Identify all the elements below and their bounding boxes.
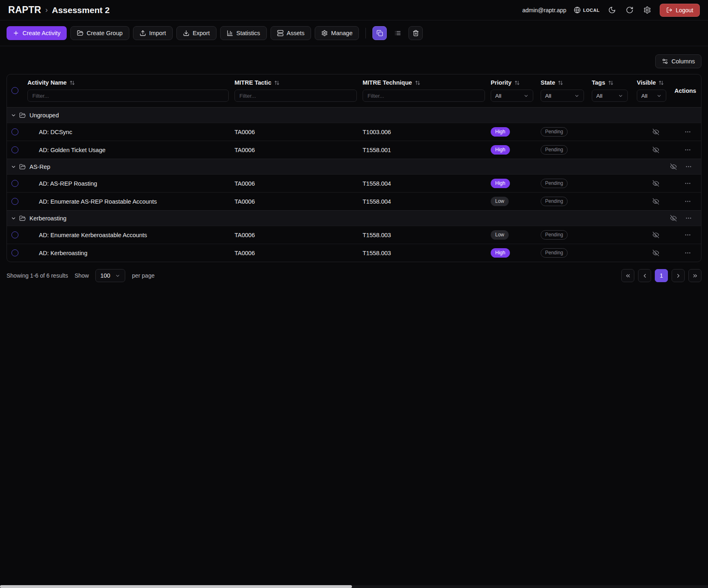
row-checkbox[interactable] bbox=[11, 198, 18, 205]
manage-button[interactable]: Manage bbox=[315, 26, 359, 40]
horizontal-scrollbar[interactable] bbox=[0, 585, 708, 588]
list-view-toggle-button[interactable] bbox=[390, 26, 405, 40]
mitre-technique-cell: T1558.001 bbox=[363, 147, 491, 153]
mitre-tactic-header-cell: MITRE Tactic bbox=[234, 79, 363, 102]
logout-label: Logout bbox=[676, 7, 693, 13]
sort-priority-button[interactable] bbox=[514, 80, 520, 85]
row-checkbox[interactable] bbox=[11, 249, 18, 256]
state-badge: Pending bbox=[541, 230, 568, 239]
group-header-as-rep[interactable]: AS-Rep bbox=[7, 159, 701, 174]
sort-icon bbox=[514, 80, 520, 85]
import-button[interactable]: Import bbox=[133, 26, 173, 40]
row-actions-menu-button[interactable] bbox=[683, 230, 692, 240]
first-page-button[interactable] bbox=[621, 269, 634, 282]
columns-button[interactable]: Columns bbox=[655, 54, 701, 68]
eye-off-icon bbox=[652, 231, 659, 238]
mitre-technique-cell: T1558.004 bbox=[363, 198, 491, 205]
table-row[interactable]: AD: Enumerate AS-REP Roastable Accounts … bbox=[7, 192, 701, 210]
previous-page-button[interactable] bbox=[638, 269, 651, 282]
assets-button[interactable]: Assets bbox=[271, 26, 311, 40]
ellipsis-icon bbox=[685, 215, 692, 222]
mitre-technique-filter-input[interactable] bbox=[363, 90, 485, 102]
delete-button[interactable] bbox=[408, 26, 423, 40]
sort-state-button[interactable] bbox=[558, 80, 563, 85]
app-logo[interactable]: RAPTR bbox=[8, 4, 41, 16]
row-checkbox[interactable] bbox=[11, 231, 18, 238]
refresh-button[interactable] bbox=[625, 5, 635, 15]
priority-header: Priority bbox=[491, 79, 512, 86]
chevron-left-icon bbox=[642, 273, 648, 279]
row-actions-menu-button[interactable] bbox=[683, 248, 692, 258]
page-1-button[interactable]: 1 bbox=[655, 269, 668, 282]
row-actions-menu-button[interactable] bbox=[683, 127, 692, 137]
page-size-select[interactable]: 100 bbox=[95, 269, 125, 282]
state-badge: Pending bbox=[541, 197, 568, 206]
row-checkbox[interactable] bbox=[11, 180, 18, 187]
theme-toggle-button[interactable] bbox=[607, 5, 617, 15]
group-actions-menu-button[interactable] bbox=[684, 213, 693, 223]
visible-cell bbox=[637, 248, 674, 258]
group-actions bbox=[669, 162, 697, 171]
table-row[interactable]: AD: Golden Ticket Usage TA0006 T1558.001… bbox=[7, 141, 701, 159]
logout-button[interactable]: Logout bbox=[660, 4, 700, 17]
sort-mitre-technique-button[interactable] bbox=[415, 80, 420, 85]
next-page-button[interactable] bbox=[672, 269, 685, 282]
refresh-icon bbox=[626, 6, 634, 14]
visible-filter-select[interactable]: All bbox=[637, 90, 666, 102]
activity-name-filter-input[interactable] bbox=[27, 90, 229, 102]
create-activity-button[interactable]: Create Activity bbox=[7, 26, 67, 40]
visibility-toggle-button[interactable] bbox=[651, 179, 661, 188]
priority-badge: High bbox=[491, 127, 510, 136]
gear-icon bbox=[321, 30, 328, 36]
last-page-button[interactable] bbox=[688, 269, 701, 282]
table-row[interactable]: AD: AS-REP Roasting TA0006 T1558.004 Hig… bbox=[7, 174, 701, 192]
ellipsis-icon bbox=[684, 198, 691, 205]
group-name: Kerberoasting bbox=[29, 215, 66, 222]
visibility-toggle-button[interactable] bbox=[651, 197, 661, 206]
group-actions-menu-button[interactable] bbox=[684, 162, 693, 171]
scrollbar-thumb[interactable] bbox=[0, 585, 352, 588]
settings-button[interactable] bbox=[642, 5, 652, 15]
table-row[interactable]: AD: Enumerate Kerberoastable Accounts TA… bbox=[7, 226, 701, 244]
visible-cell bbox=[637, 127, 674, 137]
export-button[interactable]: Export bbox=[176, 26, 216, 40]
folder-icon bbox=[19, 112, 26, 119]
visibility-toggle-button[interactable] bbox=[651, 145, 661, 155]
select-all-checkbox[interactable] bbox=[11, 87, 18, 94]
group-header-kerberoasting[interactable]: Kerberoasting bbox=[7, 210, 701, 226]
visibility-toggle-button[interactable] bbox=[651, 127, 661, 137]
row-actions-menu-button[interactable] bbox=[683, 179, 692, 188]
priority-cell: High bbox=[491, 248, 541, 257]
server-icon bbox=[277, 30, 284, 36]
visibility-toggle-button[interactable] bbox=[651, 248, 661, 258]
sort-tags-button[interactable] bbox=[608, 80, 613, 85]
table-row[interactable]: AD: DCSync TA0006 T1003.006 High Pending bbox=[7, 123, 701, 141]
priority-badge: Low bbox=[491, 230, 509, 239]
visible-cell bbox=[637, 145, 674, 155]
sort-icon bbox=[274, 80, 280, 85]
group-header-ungrouped[interactable]: Ungrouped bbox=[7, 107, 701, 123]
sort-mitre-tactic-button[interactable] bbox=[274, 80, 280, 85]
row-checkbox[interactable] bbox=[11, 146, 18, 153]
tags-filter-select[interactable]: All bbox=[592, 90, 628, 102]
moon-icon bbox=[608, 6, 616, 14]
visibility-toggle-button[interactable] bbox=[651, 230, 661, 240]
row-actions-menu-button[interactable] bbox=[683, 197, 692, 206]
row-checkbox[interactable] bbox=[11, 128, 18, 135]
row-actions-menu-button[interactable] bbox=[683, 145, 692, 155]
activity-name-header: Activity Name bbox=[27, 79, 67, 86]
priority-badge: High bbox=[491, 179, 510, 188]
group-visibility-toggle-button[interactable] bbox=[669, 213, 678, 223]
mitre-tactic-filter-input[interactable] bbox=[234, 90, 357, 102]
card-view-toggle-button[interactable] bbox=[372, 26, 387, 40]
statistics-button[interactable]: Statistics bbox=[220, 26, 267, 40]
table-header: Activity Name MITRE Tactic MITRE Techniq… bbox=[7, 74, 701, 107]
create-group-button[interactable]: Create Group bbox=[70, 26, 129, 40]
sort-visible-button[interactable] bbox=[658, 80, 664, 85]
group-visibility-toggle-button[interactable] bbox=[669, 162, 678, 171]
priority-filter-select[interactable]: All bbox=[491, 90, 533, 102]
sort-activity-name-button[interactable] bbox=[70, 80, 75, 85]
state-filter-select[interactable]: All bbox=[541, 90, 584, 102]
table-row[interactable]: AD: Kerberoasting TA0006 T1558.003 High … bbox=[7, 244, 701, 262]
activity-name-cell: AD: Enumerate Kerberoastable Accounts bbox=[27, 232, 234, 238]
